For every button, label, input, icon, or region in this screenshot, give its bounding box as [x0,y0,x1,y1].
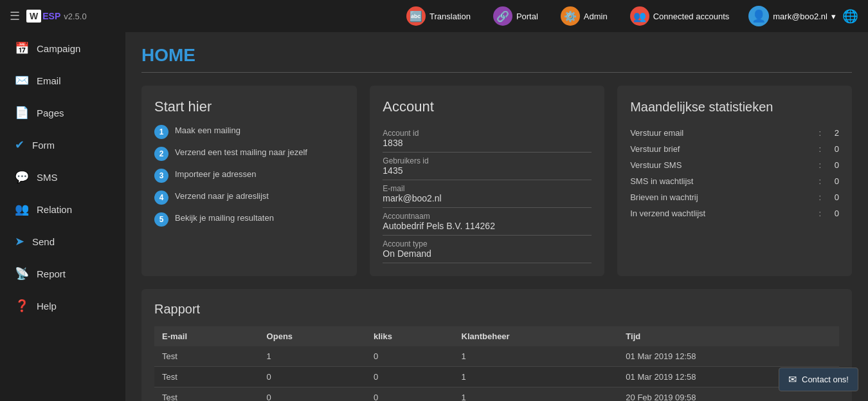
cards-row: Start hier 1 Maak een mailing 2 Verzend … [141,86,852,276]
sidebar-item-campaign-label: Campaign [37,43,80,54]
sidebar-item-campaign[interactable]: 📅 Campaign [0,32,125,64]
sidebar-item-email[interactable]: ✉️ Email [0,64,125,97]
stat-row-brieven: Brieven in wachtrij : 0 [630,189,839,205]
stat-email-value: 2 [826,128,839,138]
logo: W ESP v2.5.0 [26,10,87,23]
portal-button[interactable]: 🔗 Portal [487,3,545,29]
stats-title: Maandelijkse statistieken [630,98,839,115]
accountnaam-value: Autobedrif Pels B.V. 114262 [383,221,592,231]
cell-opens: 1 [259,346,366,367]
admin-icon: ⚙️ [561,6,580,26]
step-1[interactable]: 1 Maak een mailing [154,125,344,139]
cell-email: Test [154,387,259,402]
sms-icon: 💬 [15,170,29,184]
step-3-text: Importeer je adressen [175,169,256,180]
main-layout: 📅 Campaign ✉️ Email 📄 Pages ✔ Form 💬 SMS… [0,32,868,401]
cell-klantbeheer: 1 [454,387,619,402]
admin-button[interactable]: ⚙️ Admin [554,3,614,29]
translation-button[interactable]: 🔤 Translation [400,3,477,29]
account-id-label: Account id [383,129,592,138]
stat-sms-value: 0 [826,160,839,170]
step-1-text: Maak een mailing [175,125,240,136]
account-field-id: Account id 1838 [383,125,592,153]
stat-brief-value: 0 [826,144,839,154]
step-4[interactable]: 4 Verzend naar je adreslijst [154,191,344,205]
topnav-center: 🔤 Translation 🔗 Portal ⚙️ Admin 👥 Connec… [400,3,736,29]
sidebar: 📅 Campaign ✉️ Email 📄 Pages ✔ Form 💬 SMS… [0,32,125,401]
user-email: mark@boo2.nl [773,12,827,21]
gebruikers-id-label: Gebruikers id [383,156,592,165]
step-5-text: Bekijk je mailing resultaten [175,212,274,224]
sidebar-item-pages[interactable]: 📄 Pages [0,97,125,129]
cell-email: Test [154,346,259,367]
account-field-gebruikers: Gebruikers id 1435 [383,153,592,180]
accountnaam-label: Accountnaam [383,212,592,221]
sidebar-item-send[interactable]: ➤ Send [0,225,125,257]
step-5[interactable]: 5 Bekijk je mailing resultaten [154,212,344,227]
user-menu-button[interactable]: 👤 mark@boo2.nl ▾ [748,6,836,26]
account-type-label: Account type [383,239,592,248]
sidebar-item-sms-label: SMS [37,172,58,183]
gebruikers-id-value: 1435 [383,165,592,176]
user-chevron-icon: ▾ [831,12,836,21]
email-icon: ✉️ [15,73,29,88]
version-label: v2.5.0 [64,12,86,21]
sidebar-item-relation[interactable]: 👥 Relation [0,193,125,225]
contact-button[interactable]: ✉ Contact ons! [779,368,858,391]
cell-klantbeheer: 1 [454,367,619,387]
rapport-table-header: E-mail Opens kliks Klantbeheer Tijd [154,326,839,346]
stat-row-sms: Verstuur SMS : 0 [630,157,839,173]
sidebar-item-report[interactable]: 📡 Report [0,257,125,290]
cell-email: Test [154,367,259,387]
step-2[interactable]: 2 Verzend een test mailing naar jezelf [154,147,344,161]
step-3[interactable]: 3 Importeer je adressen [154,169,344,183]
hamburger-icon[interactable]: ☰ [10,9,20,23]
logo-esp: ESP [42,11,60,21]
stat-verzend-value: 0 [826,209,839,218]
table-row: Test 0 0 1 20 Feb 2019 09:58 [154,387,839,402]
account-card: Account Account id 1838 Gebruikers id 14… [370,86,604,276]
topnav-right: 👤 mark@boo2.nl ▾ 🌐 [748,6,858,26]
connected-accounts-button[interactable]: 👥 Connected accounts [624,3,736,29]
step-5-num: 5 [154,212,168,227]
stat-email-label: Verstuur email [630,128,813,138]
form-icon: ✔ [15,138,24,152]
rapport-title: Rapport [154,302,839,317]
account-type-value: On Demand [383,248,592,259]
report-icon: 📡 [15,266,29,281]
start-hier-card: Start hier 1 Maak een mailing 2 Verzend … [141,86,357,276]
translation-label: Translation [429,12,471,21]
sidebar-item-relation-label: Relation [37,204,72,215]
stat-row-sms-wacht: SMS in wachtlijst : 0 [630,173,839,189]
sidebar-item-form[interactable]: ✔ Form [0,129,125,161]
cell-tijd: 01 Mar 2019 12:58 [618,346,839,367]
start-hier-title: Start hier [154,98,344,115]
step-1-num: 1 [154,125,168,139]
cell-opens: 0 [259,367,366,387]
campaign-icon: 📅 [15,41,29,55]
stat-row-brief: Verstuur brief : 0 [630,141,839,157]
account-field-type: Account type On Demand [383,236,592,263]
stat-brief-label: Verstuur brief [630,144,813,154]
page-title: HOME [141,45,852,73]
cell-kliks: 0 [366,387,454,402]
sidebar-item-send-label: Send [32,236,55,247]
topnav-left: ☰ W ESP v2.5.0 [10,9,87,23]
cell-kliks: 0 [366,346,454,367]
globe-icon[interactable]: 🌐 [842,8,858,24]
logo-w: W [26,10,41,23]
contact-email-icon: ✉ [788,373,797,386]
email-label: E-mail [383,184,592,193]
step-2-num: 2 [154,147,168,161]
sidebar-item-sms[interactable]: 💬 SMS [0,161,125,193]
col-tijd: Tijd [618,326,839,346]
col-opens: Opens [259,326,366,346]
sidebar-item-email-label: Email [37,75,61,86]
user-avatar: 👤 [748,6,769,26]
step-4-text: Verzend naar je adreslijst [175,191,269,202]
relation-icon: 👥 [15,202,29,216]
pages-icon: 📄 [15,106,29,120]
step-2-text: Verzend een test mailing naar jezelf [175,147,307,158]
sidebar-item-help[interactable]: ❓ Help [0,290,125,322]
rapport-table: E-mail Opens kliks Klantbeheer Tijd Test… [154,326,839,401]
